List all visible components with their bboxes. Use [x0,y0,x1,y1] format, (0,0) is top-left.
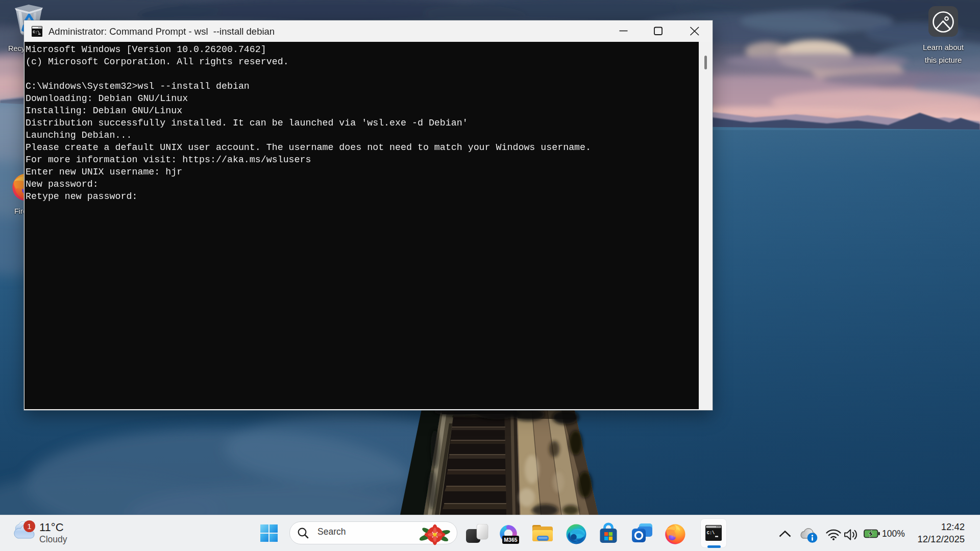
svg-text:M365: M365 [504,537,517,543]
svg-text:C:\: C:\ [33,30,40,34]
svg-text:C:\: C:\ [707,531,715,536]
